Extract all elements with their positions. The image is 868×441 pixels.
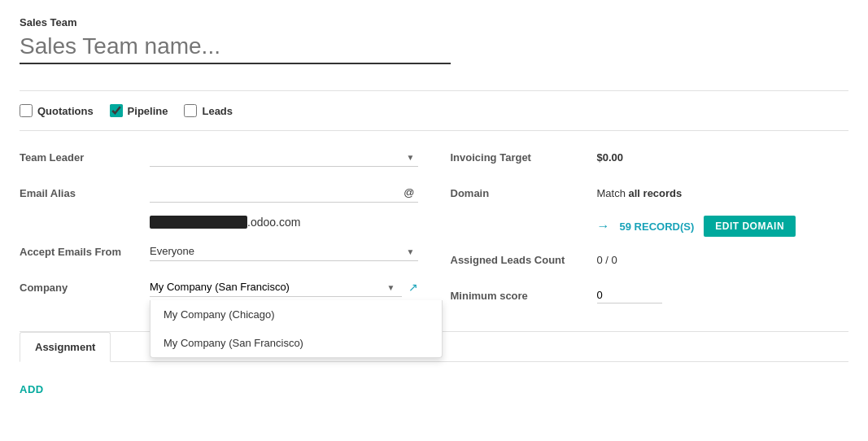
pipeline-label[interactable]: Pipeline [128,105,168,117]
invoicing-label: Invoicing Target [451,151,597,164]
divider-mid [20,130,848,131]
email-redacted [150,216,247,229]
team-leader-control: ▼ [150,147,418,167]
company-label: Company [20,282,150,294]
accept-emails-row: Accept Emails From Everyone ▼ [20,238,418,264]
leads-checkbox-group[interactable]: Leads [184,104,233,117]
email-alias-wrapper: @ [150,183,418,203]
domain-bold: all records [629,187,683,199]
accept-emails-select[interactable]: Everyone [150,242,418,261]
form-right: Invoicing Target $0.00 Domain Match all … [451,144,849,318]
team-leader-select-wrapper: ▼ [150,147,418,167]
min-score-input[interactable] [597,287,662,303]
invoicing-row: Invoicing Target $0.00 [451,144,849,170]
accept-emails-control: Everyone ▼ [150,242,418,261]
quotations-checkbox-group[interactable]: Quotations [20,104,94,117]
company-input[interactable] [150,277,402,297]
leads-checkbox[interactable] [184,104,197,117]
quotations-label[interactable]: Quotations [37,105,94,117]
domain-label: Domain [451,187,597,199]
form-section: Team Leader ▼ Email Alias @ [20,144,848,318]
team-leader-label: Team Leader [20,151,150,164]
min-score-row: Minimum score [451,282,849,308]
email-alias-control: @ [150,183,418,203]
records-row: → 59 RECORD(S) EDIT DOMAIN [451,216,849,237]
edit-domain-button[interactable]: EDIT DOMAIN [704,216,796,237]
dropdown-item-chicago[interactable]: My Company (Chicago) [150,300,442,329]
quotations-checkbox[interactable] [20,104,33,117]
domain-value-row: Match all records [597,187,683,199]
company-dropdown: My Company (Chicago) My Company (San Fra… [150,300,443,358]
accept-emails-label: Accept Emails From [20,246,150,258]
email-domain-text: .odoo.com [247,216,300,229]
form-left: Team Leader ▼ Email Alias @ [20,144,418,318]
team-leader-select[interactable] [150,147,418,167]
company-field-wrapper: ▼ ↗ [150,277,418,297]
team-name-input[interactable] [20,33,451,64]
tab-assignment[interactable]: Assignment [20,332,111,362]
external-link-icon[interactable]: ↗ [408,281,418,294]
email-alias-input[interactable] [150,183,400,202]
pipeline-checkbox-group[interactable]: Pipeline [110,104,168,117]
accept-emails-select-wrapper: Everyone ▼ [150,242,418,261]
assigned-leads-label: Assigned Leads Count [451,254,597,266]
records-count: 59 RECORD(S) [620,220,695,233]
assigned-leads-row: Assigned Leads Count 0 / 0 [451,247,849,273]
sales-team-label: Sales Team [20,16,848,28]
email-domain-row: .odoo.com [20,216,418,229]
arrow-right-icon: → [597,219,610,234]
divider-top [20,90,848,91]
email-alias-label: Email Alias [20,187,150,199]
email-alias-row: Email Alias @ [20,180,418,206]
domain-match-text: Match all records [597,187,683,199]
add-button[interactable]: ADD [20,373,848,405]
min-score-label: Minimum score [451,290,597,302]
dropdown-item-sf[interactable]: My Company (San Francisco) [150,329,442,357]
checkboxes-row: Quotations Pipeline Leads [20,104,848,117]
at-sign: @ [400,183,417,202]
assigned-leads-value: 0 / 0 [597,254,617,266]
invoicing-value: $0.00 [597,151,624,164]
pipeline-checkbox[interactable] [110,104,123,117]
company-row: Company ▼ ↗ My Company (Chicago) My Comp… [20,274,418,300]
leads-label[interactable]: Leads [202,105,233,117]
team-leader-row: Team Leader ▼ [20,144,418,170]
domain-row: Domain Match all records [451,180,849,206]
